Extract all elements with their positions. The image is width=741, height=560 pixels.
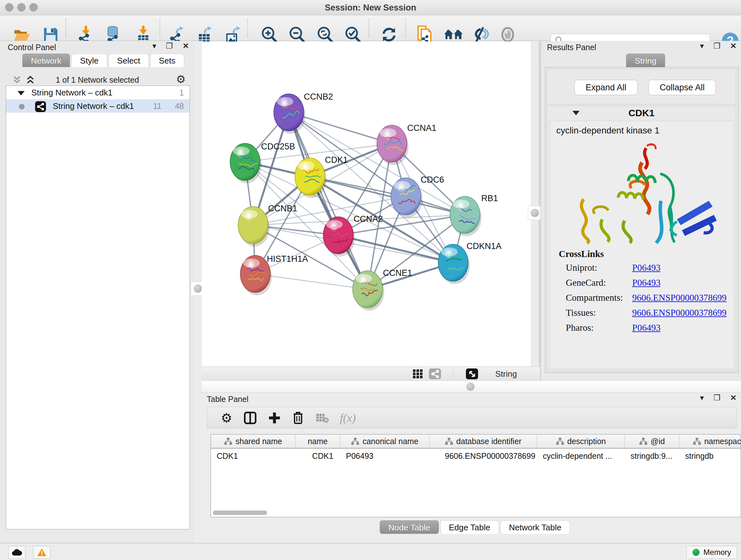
float-panel-icon[interactable]: ❐: [714, 42, 721, 51]
open-folder-icon: [13, 27, 30, 42]
crosslink-label: Pharos:: [559, 322, 632, 333]
node-label-CCNA1: CCNA1: [407, 123, 436, 133]
cell-description: cyclin-dependent ...: [537, 449, 625, 463]
function-builder-button[interactable]: f(x): [339, 409, 357, 427]
collection-count: 1: [179, 86, 184, 99]
table-horizontal-scrollbar[interactable]: [213, 510, 739, 516]
column-header-id[interactable]: @id: [625, 435, 679, 448]
crosslink-row: Compartments: 9606.ENSP00000378699: [559, 293, 731, 303]
node-CCNA1[interactable]: [377, 125, 408, 165]
node-CDK1[interactable]: [295, 158, 327, 198]
table-row[interactable]: CDK1 CDK1 P06493 9606.ENSP00000378699 cy…: [211, 449, 741, 463]
collapse-all-button[interactable]: Collapse All: [649, 80, 716, 95]
panel-menu-icon[interactable]: ▾: [700, 42, 704, 51]
delete-table-button[interactable]: [313, 409, 332, 427]
tab-style[interactable]: Style: [71, 54, 107, 67]
node-CCNB2[interactable]: [274, 94, 306, 134]
float-panel-icon[interactable]: ❐: [714, 393, 721, 402]
column-header-name[interactable]: name: [295, 435, 340, 448]
crosslink-tissues-link[interactable]: 9606.ENSP00000378699: [632, 307, 727, 318]
cloud-tasks-button[interactable]: [8, 546, 25, 559]
node-label-CDC6: CDC6: [421, 175, 444, 185]
birdseye-view-button[interactable]: [466, 368, 478, 379]
protein-description: cyclin-dependent kinase 1: [556, 125, 660, 136]
cell-database-identifier: 9606.ENSP00000378699: [429, 449, 537, 463]
tab-string[interactable]: String: [626, 54, 665, 67]
node-CCNE1[interactable]: [353, 271, 384, 311]
float-panel-icon[interactable]: ❐: [166, 42, 173, 51]
string-network-icon: [35, 101, 46, 112]
node-label-RB1: RB1: [481, 193, 498, 203]
cdk1-section-header[interactable]: CDK1: [547, 106, 736, 120]
tab-node-table[interactable]: Node Table: [380, 520, 439, 534]
panel-menu-icon[interactable]: ▾: [700, 393, 704, 402]
table-tabs: Node Table Edge Table Network Table: [380, 520, 570, 534]
clone-network-icon: [416, 25, 433, 44]
main-toolbar: ?: [0, 15, 741, 41]
crosslink-pharos-link[interactable]: P06493: [632, 322, 661, 333]
control-panel-title: Control Panel: [8, 43, 56, 52]
network-collection-row[interactable]: String Network – cdk1 1: [6, 86, 190, 99]
control-panel: Control Panel ▾ ❐ ✕ Network Style Select…: [0, 41, 195, 543]
crosslink-label: Tissues:: [559, 307, 632, 318]
edge-HIST1H1A-CCNE1[interactable]: [255, 274, 367, 289]
column-type-icon: [445, 437, 453, 445]
show-columns-button[interactable]: [241, 409, 259, 427]
node-label-CCNA2: CCNA2: [354, 214, 383, 224]
node-CCNA2[interactable]: [323, 217, 355, 257]
column-header-namespace[interactable]: namespace: [679, 435, 741, 448]
expand-all-button[interactable]: Expand All: [575, 80, 637, 95]
column-header-canonical-name[interactable]: canonical name: [340, 435, 429, 448]
network-selection-status: 1 of 1 Network selected: [0, 73, 195, 87]
grid-mode-button[interactable]: [412, 369, 423, 380]
control-panel-controls: ▾ ❐ ✕: [144, 42, 189, 51]
close-panel-icon[interactable]: ✕: [183, 42, 189, 51]
crosslink-row: Tissues: 9606.ENSP00000378699: [559, 307, 731, 318]
close-panel-icon[interactable]: ✕: [730, 42, 737, 51]
hide-graphics-details-icon: [471, 26, 489, 43]
crosslinks-section: CrossLinks Uniprot: P06493 GeneCard: P06…: [559, 249, 731, 337]
warnings-button[interactable]: [33, 546, 51, 559]
export-image-icon: [224, 25, 242, 44]
refresh-icon: [381, 26, 398, 43]
column-header-description[interactable]: description: [537, 435, 625, 448]
table-settings-gear-icon[interactable]: ⚙: [217, 409, 236, 427]
tab-network-table[interactable]: Network Table: [500, 520, 570, 534]
node-table[interactable]: shared name name canonical name database…: [211, 434, 741, 517]
network-options-gear-icon[interactable]: ⚙: [176, 73, 186, 85]
node-CCNB1[interactable]: [238, 206, 270, 246]
horizontal-splitter[interactable]: [202, 381, 741, 393]
network-bullet-icon: [19, 104, 24, 110]
close-panel-icon[interactable]: ✕: [730, 393, 737, 402]
horizontal-splitter-grip[interactable]: [463, 380, 477, 394]
node-RB1[interactable]: [450, 196, 482, 236]
delete-column-button[interactable]: [289, 409, 307, 427]
node-CDC6[interactable]: [391, 178, 422, 218]
create-column-button[interactable]: [265, 409, 284, 427]
crosslink-row: Pharos: P06493: [559, 322, 731, 333]
tab-select[interactable]: Select: [109, 54, 149, 67]
network-label: String Network – cdk1: [53, 101, 134, 111]
memory-button[interactable]: Memory: [686, 546, 737, 559]
network-canvas[interactable]: CCNB2CCNA1CDC25BCDK1CDC6RB1CCNB1CCNA2CDK…: [202, 42, 531, 367]
tab-network[interactable]: Network: [22, 54, 70, 67]
collection-label: String Network – cdk1: [31, 88, 112, 98]
panel-menu-icon[interactable]: ▾: [152, 42, 156, 51]
crosslink-row: GeneCard: P06493: [559, 277, 731, 288]
crosslink-uniprot-link[interactable]: P06493: [632, 262, 661, 273]
network-row[interactable]: String Network – cdk1 11 48: [6, 99, 190, 113]
collection-caret-icon[interactable]: [17, 91, 24, 96]
left-splitter[interactable]: [194, 41, 202, 543]
scrollbar-thumb[interactable]: [213, 510, 267, 515]
column-type-icon: [556, 437, 564, 445]
column-header-shared-name[interactable]: shared name: [211, 435, 295, 448]
node-CDKN1A[interactable]: [438, 244, 470, 284]
crosslink-genecard-link[interactable]: P06493: [632, 277, 661, 288]
crosslink-compartments-link[interactable]: 9606.ENSP00000378699: [632, 293, 727, 303]
column-header-database-identifier[interactable]: database identifier: [429, 435, 537, 448]
node-label-CCNB2: CCNB2: [304, 92, 333, 102]
toolbar-separator: [368, 18, 369, 38]
view-mode-button[interactable]: [429, 368, 441, 379]
tab-sets[interactable]: Sets: [150, 54, 184, 67]
tab-edge-table[interactable]: Edge Table: [441, 520, 499, 534]
